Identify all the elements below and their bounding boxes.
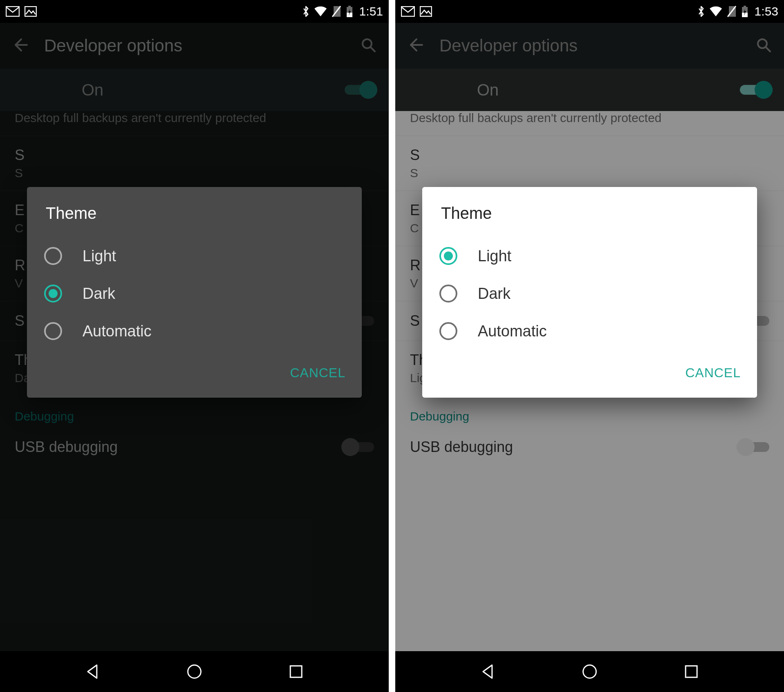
nav-recent-icon[interactable] [682, 663, 700, 681]
bluetooth-icon [697, 5, 705, 18]
picture-icon [24, 6, 37, 17]
dialog-actions: CANCEL [27, 358, 362, 389]
screenshot-right: 1:53 Developer options On Desktop full b… [392, 0, 784, 692]
nav-recent-icon[interactable] [287, 663, 305, 681]
status-time: 1:53 [755, 4, 778, 18]
dialog-options: Light Dark Automatic [422, 234, 757, 358]
theme-option-light[interactable]: Light [434, 237, 745, 275]
option-label: Automatic [478, 323, 547, 340]
radio-icon [439, 285, 457, 303]
dialog-options: Light Dark Automatic [27, 234, 362, 358]
radio-checked-icon [439, 247, 457, 265]
radio-icon [44, 322, 62, 340]
svg-point-8 [188, 665, 201, 678]
screenshot-left: 1:51 Developer options On Desktop full b… [0, 0, 392, 692]
gmail-icon [401, 6, 415, 17]
svg-rect-14 [744, 6, 746, 7]
option-label: Automatic [82, 323, 151, 340]
status-bar: 1:51 [0, 0, 389, 23]
option-label: Dark [478, 285, 510, 303]
cancel-button[interactable]: CANCEL [685, 365, 741, 380]
no-sim-icon [727, 5, 737, 18]
nav-back-icon[interactable] [479, 663, 497, 681]
theme-option-automatic[interactable]: Automatic [39, 312, 350, 350]
svg-rect-19 [686, 666, 697, 677]
picture-icon [420, 6, 432, 17]
theme-option-light[interactable]: Light [39, 237, 350, 275]
radio-icon [439, 322, 457, 340]
bluetooth-icon [302, 5, 310, 18]
battery-charging-icon [345, 5, 354, 18]
nav-home-icon[interactable] [581, 663, 599, 681]
radio-checked-icon [44, 285, 62, 303]
wifi-icon [709, 6, 723, 17]
svg-rect-9 [290, 666, 302, 677]
option-label: Light [82, 247, 116, 265]
theme-option-automatic[interactable]: Automatic [434, 312, 745, 350]
no-sim-icon [332, 5, 341, 18]
cancel-button[interactable]: CANCEL [290, 365, 345, 380]
navigation-bar [395, 651, 784, 692]
radio-icon [44, 247, 62, 265]
svg-rect-4 [348, 6, 351, 7]
svg-point-18 [583, 665, 596, 678]
dialog-title: Theme [27, 187, 362, 234]
option-label: Dark [82, 285, 115, 303]
status-bar: 1:53 [395, 0, 784, 23]
navigation-bar [0, 651, 389, 692]
status-time: 1:51 [359, 4, 383, 18]
theme-dialog: Theme Light Dark Automatic CANCEL [422, 187, 757, 398]
nav-home-icon[interactable] [185, 663, 203, 681]
wifi-icon [314, 6, 327, 17]
dialog-actions: CANCEL [422, 358, 757, 389]
theme-option-dark[interactable]: Dark [39, 275, 350, 312]
nav-back-icon[interactable] [84, 663, 102, 681]
gmail-icon [6, 6, 20, 17]
battery-charging-icon [741, 5, 749, 18]
theme-dialog: Theme Light Dark Automatic CANCEL [27, 187, 362, 398]
theme-option-dark[interactable]: Dark [434, 275, 745, 312]
option-label: Light [478, 247, 511, 265]
dialog-title: Theme [422, 187, 757, 234]
